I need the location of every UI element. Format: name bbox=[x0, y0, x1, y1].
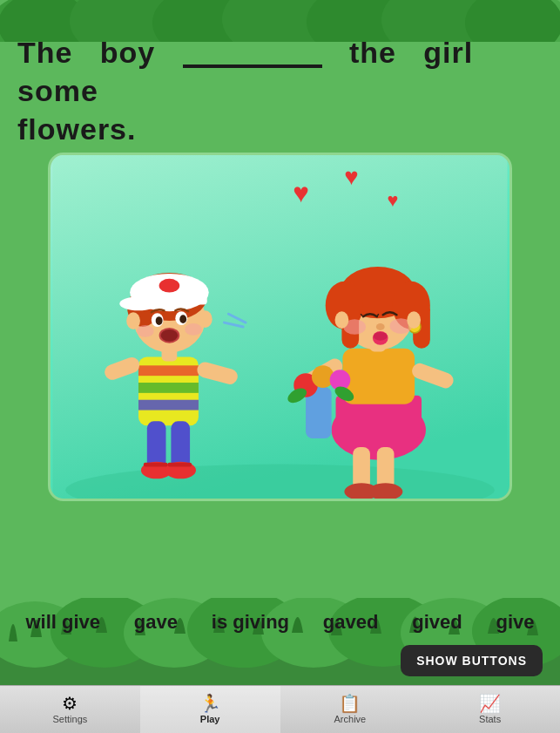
svg-rect-24 bbox=[171, 421, 190, 468]
heart1: ♥ bbox=[293, 177, 309, 208]
svg-point-44 bbox=[161, 329, 179, 342]
option-will-give[interactable]: will give bbox=[20, 607, 105, 637]
stats-icon: 📈 bbox=[479, 695, 501, 712]
archive-icon: 📋 bbox=[339, 695, 361, 712]
svg-point-47 bbox=[126, 312, 140, 329]
svg-point-76 bbox=[376, 323, 385, 330]
nav-settings-label: Settings bbox=[53, 714, 88, 724]
nav-stats-label: Stats bbox=[479, 714, 501, 724]
nav-archive[interactable]: 📋 Archive bbox=[280, 686, 421, 733]
svg-point-78 bbox=[374, 332, 388, 341]
svg-rect-15 bbox=[52, 155, 507, 499]
nav-settings[interactable]: ⚙ Settings bbox=[0, 686, 140, 733]
scene-illustration: ♥ ♥ ♥ bbox=[51, 155, 509, 499]
svg-rect-21 bbox=[138, 383, 199, 393]
options-area: will give gave is giving gaved gived giv… bbox=[0, 607, 560, 637]
svg-rect-23 bbox=[147, 421, 166, 468]
option-is-giving[interactable]: is giving bbox=[206, 607, 294, 637]
svg-rect-28 bbox=[167, 463, 192, 467]
illustration-container: ♥ ♥ ♥ bbox=[48, 153, 512, 501]
word-some: some bbox=[17, 74, 98, 107]
svg-point-46 bbox=[185, 323, 202, 336]
svg-point-42 bbox=[179, 315, 186, 323]
svg-point-37 bbox=[119, 297, 157, 311]
svg-point-80 bbox=[407, 311, 421, 329]
svg-point-41 bbox=[156, 316, 163, 325]
word-flowers: flowers. bbox=[17, 112, 136, 146]
nav-archive-label: Archive bbox=[334, 714, 367, 724]
nav-play[interactable]: 🏃 Play bbox=[140, 686, 280, 733]
svg-point-45 bbox=[137, 325, 154, 337]
heart2: ♥ bbox=[344, 163, 358, 190]
option-gave[interactable]: gave bbox=[129, 607, 183, 637]
svg-point-79 bbox=[335, 311, 349, 329]
word-girl: girl bbox=[423, 36, 473, 69]
word-the: The bbox=[17, 36, 72, 69]
sentence-area: The boy the girl some flowers. bbox=[17, 26, 543, 149]
play-icon: 🏃 bbox=[199, 695, 221, 712]
nav-stats[interactable]: 📈 Stats bbox=[420, 686, 560, 733]
word-boy: boy bbox=[100, 36, 155, 69]
show-buttons-button[interactable]: SHOW BUTTONS bbox=[401, 645, 543, 676]
svg-point-48 bbox=[199, 310, 213, 328]
svg-rect-22 bbox=[138, 400, 199, 411]
heart3: ♥ bbox=[388, 189, 399, 211]
option-gived[interactable]: gived bbox=[407, 607, 467, 637]
svg-rect-20 bbox=[138, 365, 199, 376]
sentence-blank bbox=[183, 26, 322, 68]
option-gaved[interactable]: gaved bbox=[318, 607, 384, 637]
bottom-nav: ⚙ Settings 🏃 Play 📋 Archive 📈 Stats bbox=[0, 685, 560, 733]
word-the2: the bbox=[349, 36, 396, 69]
nav-play-label: Play bbox=[200, 714, 220, 724]
option-give[interactable]: give bbox=[491, 607, 540, 637]
svg-rect-27 bbox=[144, 463, 168, 467]
svg-point-38 bbox=[159, 279, 180, 293]
settings-icon: ⚙ bbox=[62, 695, 78, 712]
